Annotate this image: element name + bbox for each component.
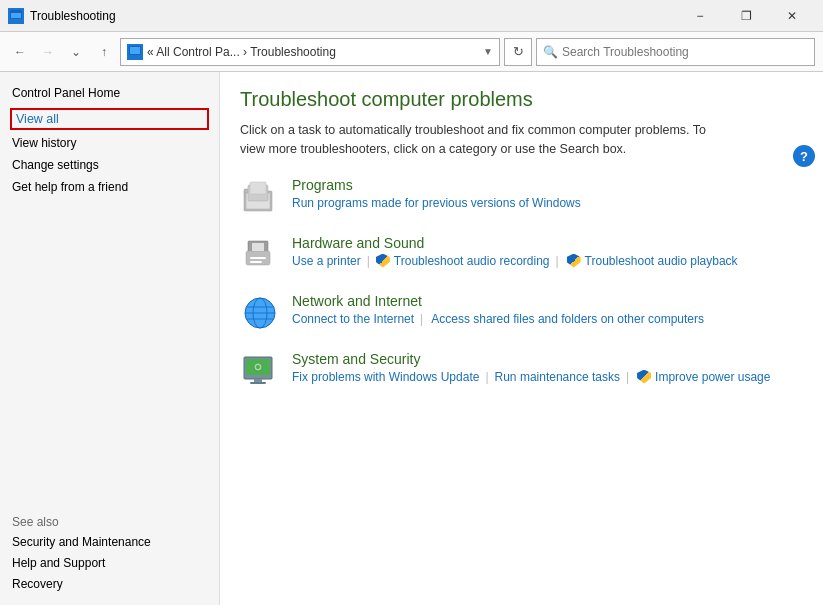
system-link-2[interactable]: Run maintenance tasks [495,370,620,384]
hardware-link-1[interactable]: Use a printer [292,254,361,268]
svg-rect-2 [11,21,21,22]
forward-button[interactable]: → [36,40,60,64]
svg-rect-6 [130,47,140,54]
sep-2: | [555,254,558,268]
svg-rect-11 [250,182,266,194]
sidebar-item-recovery[interactable]: Recovery [12,575,207,593]
address-text: « All Control Pa... › Troubleshooting [147,45,483,59]
sep-3: | [420,312,423,326]
sidebar-item-security[interactable]: Security and Maintenance [12,533,207,551]
window-title: Troubleshooting [30,9,677,23]
programs-link-1[interactable]: Run programs made for previous versions … [292,196,581,210]
system-links: Fix problems with Windows Update | Run m… [292,370,770,384]
svg-rect-14 [250,257,266,259]
recent-button[interactable]: ⌄ [64,40,88,64]
restore-button[interactable]: ❐ [723,0,769,32]
refresh-button[interactable]: ↻ [504,38,532,66]
sidebar-item-view-all[interactable]: View all [12,110,207,128]
hardware-icon [240,235,280,275]
system-link[interactable]: System and Security [292,351,770,367]
programs-icon [240,177,280,217]
search-input[interactable] [562,45,808,59]
sidebar-item-view-history[interactable]: View history [12,134,207,152]
sep-1: | [367,254,370,268]
sidebar-item-change-settings[interactable]: Change settings [12,156,207,174]
help-button[interactable]: ? [793,145,815,167]
search-box[interactable]: 🔍 [536,38,815,66]
sidebar-item-control-panel-home[interactable]: Control Panel Home [12,84,207,102]
sep-5: | [626,370,629,384]
close-button[interactable]: ✕ [769,0,815,32]
app-icon [8,8,24,24]
category-programs: Programs Run programs made for previous … [240,177,803,217]
network-link[interactable]: Network and Internet [292,293,704,309]
category-network: Network and Internet Connect to the Inte… [240,293,803,333]
hardware-details: Hardware and Sound Use a printer | Troub… [292,235,738,268]
content-area: Troubleshoot computer problems Click on … [220,72,823,605]
shield-icon-1 [376,254,390,268]
svg-rect-25 [250,382,266,384]
page-description: Click on a task to automatically trouble… [240,121,720,159]
shield-icon-2 [567,254,581,268]
see-also-title: See also [12,515,207,529]
sidebar-item-help-support[interactable]: Help and Support [12,554,207,572]
address-chevron-icon: ▼ [483,46,493,57]
svg-rect-1 [12,19,20,21]
svg-rect-15 [250,261,262,263]
system-link-3[interactable]: Improve power usage [655,370,770,384]
network-details: Network and Internet Connect to the Inte… [292,293,704,326]
system-details: System and Security Fix problems with Wi… [292,351,770,384]
network-icon [240,293,280,333]
hardware-link-3[interactable]: Troubleshoot audio playback [585,254,738,268]
programs-details: Programs Run programs made for previous … [292,177,581,210]
sidebar-item-get-help[interactable]: Get help from a friend [12,178,207,196]
svg-rect-4 [11,11,21,13]
page-title: Troubleshoot computer problems [240,88,803,111]
main-container: ? Control Panel Home View all View histo… [0,72,823,605]
hardware-link-2[interactable]: Troubleshoot audio recording [394,254,550,268]
address-bar: ← → ⌄ ↑ « All Control Pa... › Troublesho… [0,32,823,72]
network-link-1[interactable]: Connect to the Internet [292,312,414,326]
network-links: Connect to the Internet | Access shared … [292,312,704,326]
system-icon [240,351,280,391]
up-button[interactable]: ↑ [92,40,116,64]
hardware-link[interactable]: Hardware and Sound [292,235,738,251]
programs-link[interactable]: Programs [292,177,581,193]
search-icon: 🔍 [543,45,558,59]
category-system: System and Security Fix problems with Wi… [240,351,803,391]
address-box[interactable]: « All Control Pa... › Troubleshooting ▼ [120,38,500,66]
svg-point-27 [256,365,260,369]
sidebar: Control Panel Home View all View history… [0,72,220,605]
svg-rect-24 [254,379,262,382]
shield-icon-3 [637,370,651,384]
title-bar: Troubleshooting − ❐ ✕ [0,0,823,32]
category-hardware: Hardware and Sound Use a printer | Troub… [240,235,803,275]
system-link-1[interactable]: Fix problems with Windows Update [292,370,479,384]
hardware-links: Use a printer | Troubleshoot audio recor… [292,254,738,268]
programs-links: Run programs made for previous versions … [292,196,581,210]
svg-rect-16 [252,243,264,251]
sep-4: | [485,370,488,384]
minimize-button[interactable]: − [677,0,723,32]
address-icon [127,44,143,60]
back-button[interactable]: ← [8,40,32,64]
network-link-2[interactable]: Access shared files and folders on other… [431,312,704,326]
window-controls: − ❐ ✕ [677,0,815,32]
